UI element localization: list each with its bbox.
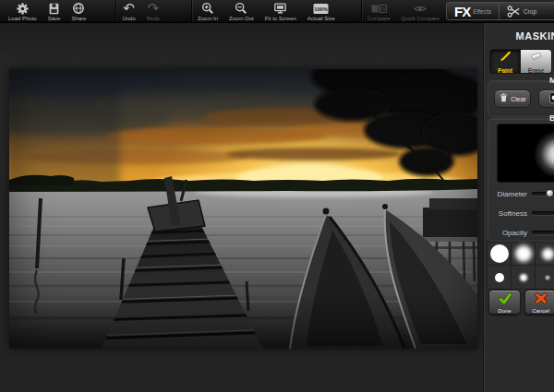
erase-button[interactable]: Erase: [521, 49, 552, 74]
eye-icon: [413, 2, 428, 15]
brush-preset-4[interactable]: [488, 266, 512, 289]
toolbar-button-label: Load Photo: [8, 16, 37, 21]
softness-slider[interactable]: Softness: [490, 208, 554, 219]
toolbar-button-label: Fit to Screen: [265, 16, 296, 21]
toolbar-button-load-photo[interactable]: Load Photo: [3, 0, 42, 22]
svg-text:FX: FX: [380, 7, 387, 12]
brush-preset-grid: [487, 242, 554, 290]
toolbar-group: Zoom InZoom OutFit to Screen100%Actual S…: [191, 0, 341, 22]
gear-icon: [16, 2, 30, 15]
diameter-slider-knob[interactable]: [546, 189, 554, 197]
toolbar-button-label: Zoom Out: [229, 16, 254, 21]
x-icon: [535, 291, 548, 308]
erase-label: Erase: [528, 67, 545, 74]
brush-section: Brush DiameterSoftnessOpacity: [488, 118, 554, 242]
toolbar-button-actual-size[interactable]: 100%Actual Size: [302, 0, 341, 22]
slider-label: Opacity: [490, 229, 527, 237]
paint-erase-toggle: Paint Erase: [489, 49, 552, 74]
toolbar-button-label: Undo: [122, 16, 135, 21]
toolbar-button-label: Compare: [367, 16, 391, 21]
brush-preset-6[interactable]: [536, 266, 554, 289]
cancel-label: Cancel: [532, 308, 549, 314]
toolbar-button-fit-to-screen[interactable]: Fit to Screen: [259, 0, 302, 22]
monitor-icon: [273, 2, 287, 15]
toolbar-button-share[interactable]: Share: [66, 0, 91, 22]
mask-section: Mask Clear: [488, 80, 554, 117]
compare-panels-icon: FX: [371, 2, 387, 15]
eraser-icon: [529, 50, 544, 66]
paint-label: Paint: [498, 67, 512, 74]
invert-mask-button[interactable]: [538, 89, 554, 108]
opacity-slider[interactable]: Opacity: [490, 227, 554, 238]
brush-preset-5[interactable]: [512, 266, 536, 289]
slider-label: Softness: [490, 209, 527, 218]
checkmark-icon: [498, 291, 512, 308]
toolbar-button-label: Share: [71, 16, 86, 21]
toolbar-button-label: Quick Compare: [402, 16, 440, 21]
canvas-area: [0, 23, 483, 392]
invert-mask-icon: [549, 90, 554, 107]
opacity-slider-track[interactable]: [532, 231, 554, 234]
toolbar-button-zoom-out[interactable]: Zoom Out: [223, 0, 259, 22]
toolbar-button-redo[interactable]: ↷Redo: [141, 0, 165, 22]
toolbar-group: FXCompareQuick Compare: [361, 0, 445, 22]
fx-logo: FX: [454, 4, 470, 19]
toolbar-group: Load PhotoSaveShare: [3, 0, 91, 22]
toolbar-button-label: Zoom In: [198, 16, 218, 21]
brush-preset-dot: [490, 244, 509, 263]
trash-icon: [499, 90, 509, 107]
paint-brush-icon: [498, 50, 512, 66]
scissors-icon: [507, 5, 521, 18]
photo-editor-window: Load PhotoSaveShare↶Undo↷RedoZoom InZoom…: [0, 0, 554, 392]
brush-section-header: Brush: [549, 113, 554, 123]
fx-effects-label: Effects: [473, 8, 491, 15]
diameter-slider[interactable]: Diameter: [490, 188, 554, 199]
clear-mask-button[interactable]: Clear: [494, 89, 531, 108]
toolbar-button-undo[interactable]: ↶Undo: [116, 0, 140, 22]
brush-preset-dot: [546, 276, 549, 279]
svg-text:100%: 100%: [315, 6, 328, 12]
brush-preset-3[interactable]: [536, 243, 554, 266]
fx-effects-button[interactable]: FX Effects: [446, 2, 500, 20]
brush-preset-2[interactable]: [512, 243, 536, 266]
brush-preset-1[interactable]: [488, 243, 512, 266]
toolbar: Load PhotoSaveShare↶Undo↷RedoZoom InZoom…: [0, 0, 554, 23]
done-label: Done: [498, 308, 511, 314]
cancel-button[interactable]: Cancel: [524, 290, 554, 315]
mask-section-header: Mask: [549, 76, 554, 85]
toolbar-button-save[interactable]: Save: [42, 0, 66, 22]
diameter-slider-track[interactable]: [532, 192, 554, 196]
brush-preview: [497, 124, 554, 183]
crop-label: Crop: [524, 8, 536, 15]
clear-label: Clear: [511, 96, 526, 102]
toolbar-button-zoom-in[interactable]: Zoom In: [192, 0, 223, 22]
toolbar-group: ↶Undo↷Redo: [115, 0, 165, 22]
masking-panel: MASKING Paint Erase Mask Clear: [483, 23, 554, 392]
toolbar-button-label: Save: [48, 16, 61, 21]
toolbar-button-label: Actual Size: [307, 16, 335, 21]
paint-button[interactable]: Paint: [489, 49, 521, 74]
brush-preset-dot: [515, 245, 532, 262]
actual-size-badge-icon: 100%: [313, 2, 329, 15]
slider-label: Diameter: [490, 190, 527, 198]
brush-preset-dot: [495, 273, 504, 282]
undo-arrow-icon: ↶: [123, 2, 135, 15]
photo-image[interactable]: [9, 69, 477, 349]
toolbar-button-compare[interactable]: FXCompare: [362, 0, 396, 22]
panel-title: MASKING: [516, 30, 554, 42]
photo-scene: [9, 69, 477, 349]
crop-button[interactable]: Crop: [500, 2, 554, 20]
magnifier-plus-icon: [201, 2, 214, 15]
toolbar-groups: Load PhotoSaveShare↶Undo↷RedoZoom InZoom…: [3, 0, 445, 22]
brush-preset-dot: [520, 274, 527, 281]
brush-preset-dot: [542, 248, 554, 260]
softness-slider-track[interactable]: [532, 211, 554, 215]
toolbar-button-quick-compare[interactable]: Quick Compare: [396, 0, 446, 22]
redo-arrow-icon: ↷: [148, 2, 160, 15]
done-button[interactable]: Done: [488, 290, 521, 315]
share-globe-icon: [72, 2, 85, 15]
floppy-disk-icon: [48, 2, 60, 15]
magnifier-minus-icon: [235, 2, 247, 15]
